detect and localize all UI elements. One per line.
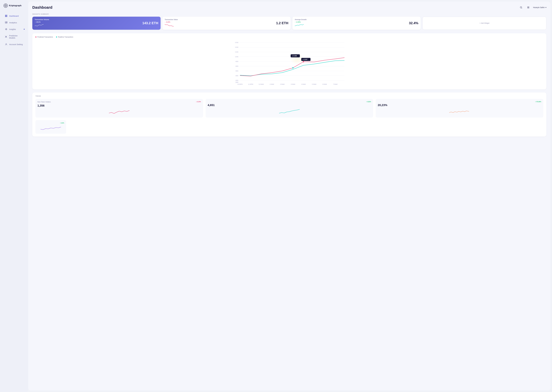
widget-transaction-value: Transaction Value ↓ -5.23% 1.2 ETH [162, 17, 291, 30]
svg-rect-6 [6, 22, 6, 23]
account-icon [5, 43, 7, 46]
widget-volume-value: 143.2 ETH [142, 21, 158, 25]
legend-predicted: Predicted Transactions [35, 36, 53, 38]
sidebar-label-dashboard: Dashboard [9, 15, 19, 17]
header-actions: Huseyin Sahin ▾ [519, 5, 546, 10]
sidebar-item-dashboard[interactable]: Dashboard [1, 13, 27, 19]
svg-rect-1 [5, 15, 6, 16]
txvalue-sparkline [165, 23, 174, 27]
trend-sparkline-1 [37, 109, 201, 115]
widget-growth-change: ↑ +2.39% [295, 21, 306, 23]
logo-text: Kriptograph [9, 4, 22, 7]
chart-section: Predicted Transactions Realtime Transact… [32, 33, 546, 89]
logo-icon [4, 4, 8, 8]
legend-label-realtime: Realtime Transactions [58, 36, 73, 38]
svg-point-19 [528, 8, 529, 8]
svg-point-14 [529, 7, 529, 7]
svg-point-15 [527, 7, 528, 8]
legend-realtime: Realtime Transactions [56, 36, 73, 38]
widget-volume-change: ↑ +30,5% [35, 21, 49, 23]
trend-sparkline-2 [208, 108, 371, 114]
sidebar-label-account: Account Setting [9, 43, 23, 45]
svg-text:● 3.436: ● 3.436 [292, 55, 297, 57]
main-chart: 6.500 6.000 5.500 5.000 4500 4000 3500 3… [35, 40, 543, 86]
user-name: Huseyin Sahin [533, 7, 545, 8]
svg-text:6:59AM: 6:59AM [322, 84, 327, 85]
trend-card-3: ↑+75.69% 20,23% [376, 99, 543, 118]
svg-rect-8 [7, 22, 7, 23]
trend-value-1: 1,356 [37, 104, 201, 107]
svg-rect-2 [6, 15, 7, 16]
trend-sparkline-3 [378, 108, 541, 114]
sidebar-label-predictive: Predictive Models [9, 35, 23, 39]
trend-label-1: New Token Holders [37, 101, 51, 103]
svg-text:3000: 3000 [235, 75, 239, 77]
search-icon[interactable] [519, 5, 523, 10]
legend-dot-realtime [56, 36, 57, 37]
add-widget-label: + Add Widget [479, 22, 489, 24]
svg-rect-4 [6, 16, 7, 17]
svg-text:10:59PM: 10:59PM [237, 84, 242, 85]
svg-point-45 [303, 61, 304, 62]
svg-text:4500: 4500 [235, 61, 239, 62]
grid-icon[interactable] [526, 5, 530, 10]
widget-txvalue-label: Transaction Value [165, 19, 178, 21]
svg-point-18 [527, 8, 528, 8]
sidebar-item-account[interactable]: Account Setting [1, 41, 27, 47]
sidebar-label-analytics: Analytics [9, 21, 17, 24]
widget-volume-label: Transaction Volume [35, 19, 49, 21]
trend-change-bottom: ↑+12% [60, 122, 64, 124]
widget-average-growth: Average Growth ↑ +2.39% 32.4% [292, 17, 421, 30]
sidebar-item-predictive[interactable]: Predictive Models [1, 33, 27, 41]
trend-label: TREND [35, 95, 543, 97]
trend-grid: New Token Holders ↓-5.23% 1,356 ↑+132% [35, 99, 543, 118]
svg-point-12 [527, 7, 528, 7]
widgets-row: Transaction Volume ↑ +30,5% 143.2 ETH Tr… [32, 17, 546, 30]
analytics-icon [5, 21, 7, 24]
nav: Dashboard Analytics Insights [0, 13, 28, 388]
svg-text:4000: 4000 [235, 66, 239, 67]
svg-text:2500: 2500 [235, 80, 239, 81]
svg-point-10 [6, 43, 7, 44]
svg-point-20 [529, 8, 529, 8]
sidebar: Kriptograph Dashboard [0, 0, 28, 392]
header: Dashboard [32, 5, 546, 10]
trend-section: TREND New Token Holders ↓-5.23% 1,356 [32, 92, 546, 137]
legend-label-predicted: Predicted Transactions [37, 36, 53, 38]
dashboard-icon [5, 14, 7, 17]
arrow-up-icon: ↑ [295, 21, 296, 23]
svg-text:3500: 3500 [235, 70, 239, 72]
svg-text:5.000: 5.000 [235, 56, 238, 57]
arrow-down-icon: ↓ [165, 21, 166, 23]
svg-text:● 3.357: ● 3.357 [303, 59, 307, 60]
chart-legend: Predicted Transactions Realtime Transact… [35, 36, 543, 38]
sidebar-item-insights[interactable]: Insights [1, 26, 27, 32]
predictive-icon [5, 35, 7, 38]
sidebar-item-analytics[interactable]: Analytics [1, 20, 27, 26]
widget-txvalue-value: 1.2 ETH [276, 21, 288, 25]
legend-dot-predicted [35, 36, 36, 37]
trend-change-3: ↑+75.69% [535, 101, 541, 102]
add-widget-button[interactable]: + Add Widget [422, 17, 546, 30]
widget-growth-label: Average Growth [295, 19, 306, 21]
insights-summary-label: INSIGHTS SUMMARY [32, 13, 546, 15]
widget-txvalue-change: ↓ -5.23% [165, 21, 178, 23]
trend-value-3: 20,23% [378, 104, 541, 107]
svg-text:5:59AM: 5:59AM [312, 84, 316, 85]
insights-icon [5, 28, 7, 30]
svg-point-0 [5, 5, 7, 7]
arrow-up-icon: ↑ [35, 21, 35, 23]
chevron-down-icon: ▾ [545, 7, 546, 8]
volume-sparkline [35, 23, 44, 27]
svg-text:7:59AM: 7:59AM [333, 84, 337, 85]
svg-point-13 [528, 7, 529, 7]
svg-text:2000: 2000 [235, 82, 239, 83]
svg-text:6.500: 6.500 [235, 42, 238, 43]
trend-change-1: ↓-5.23% [196, 101, 201, 102]
trend-card-1: New Token Holders ↓-5.23% 1,356 [35, 99, 203, 118]
svg-point-17 [529, 7, 529, 8]
trend-card-2: ↑+132% 4,651 [206, 99, 373, 118]
svg-text:3:59AM: 3:59AM [291, 84, 295, 85]
user-menu[interactable]: Huseyin Sahin ▾ [533, 7, 546, 8]
svg-rect-7 [6, 22, 7, 23]
